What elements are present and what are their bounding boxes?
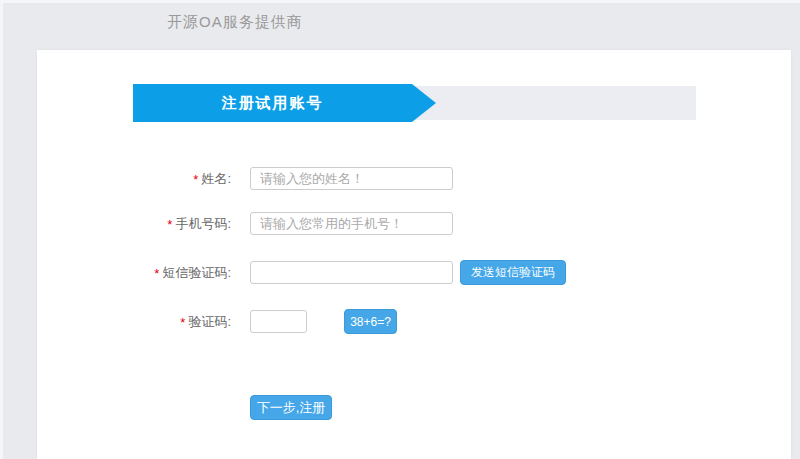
name-label: *姓名: bbox=[77, 170, 231, 188]
required-asterisk: * bbox=[180, 315, 185, 330]
captcha-label: *验证码: bbox=[77, 313, 231, 331]
brand-title: 开源OA服务提供商 bbox=[167, 13, 303, 32]
send-sms-code-button[interactable]: 发送短信验证码 bbox=[460, 260, 566, 285]
name-input[interactable] bbox=[250, 167, 453, 190]
banner-arrow-tip bbox=[412, 84, 436, 122]
name-field-row: *姓名: bbox=[77, 166, 453, 191]
site-header: 开源OA服务提供商 bbox=[0, 0, 800, 45]
banner-arrow: 注册试用账号 bbox=[133, 84, 412, 122]
submit-row: 下一步,注册 bbox=[250, 395, 332, 420]
next-step-register-button[interactable]: 下一步,注册 bbox=[250, 395, 332, 420]
page-title: 注册试用账号 bbox=[222, 94, 324, 113]
captcha-field-row: *验证码: 38+6=? bbox=[77, 309, 397, 334]
phone-input[interactable] bbox=[250, 212, 453, 235]
phone-field-row: *手机号码: bbox=[77, 211, 453, 236]
page-left-edge bbox=[0, 0, 3, 459]
sms-code-input[interactable] bbox=[250, 261, 453, 284]
registration-card: 注册试用账号 *姓名: *手机号码: *短信验证码: 发送短信验证码 *验证码:… bbox=[37, 50, 791, 459]
sms-code-label: *短信验证码: bbox=[77, 264, 231, 282]
phone-label: *手机号码: bbox=[77, 215, 231, 233]
sms-code-field-row: *短信验证码: 发送短信验证码 bbox=[77, 260, 566, 285]
captcha-input[interactable] bbox=[250, 310, 307, 333]
required-asterisk: * bbox=[154, 266, 159, 281]
required-asterisk: * bbox=[167, 217, 172, 232]
required-asterisk: * bbox=[193, 172, 198, 187]
captcha-question-button[interactable]: 38+6=? bbox=[344, 309, 397, 334]
